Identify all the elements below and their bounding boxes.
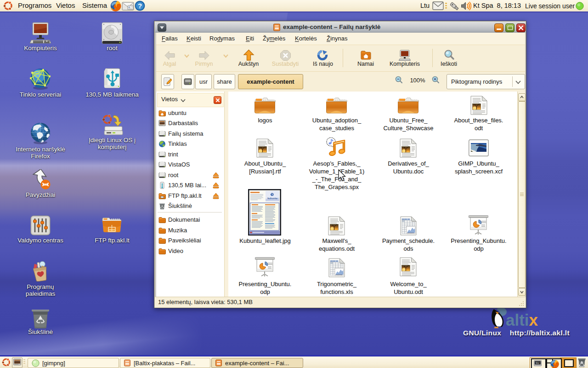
svg-text:altix: altix	[506, 311, 538, 328]
svg-text:kubuntu: kubuntu	[267, 197, 277, 200]
svg-text:SU: SU	[536, 362, 539, 364]
svg-text:?: ?	[138, 2, 142, 10]
